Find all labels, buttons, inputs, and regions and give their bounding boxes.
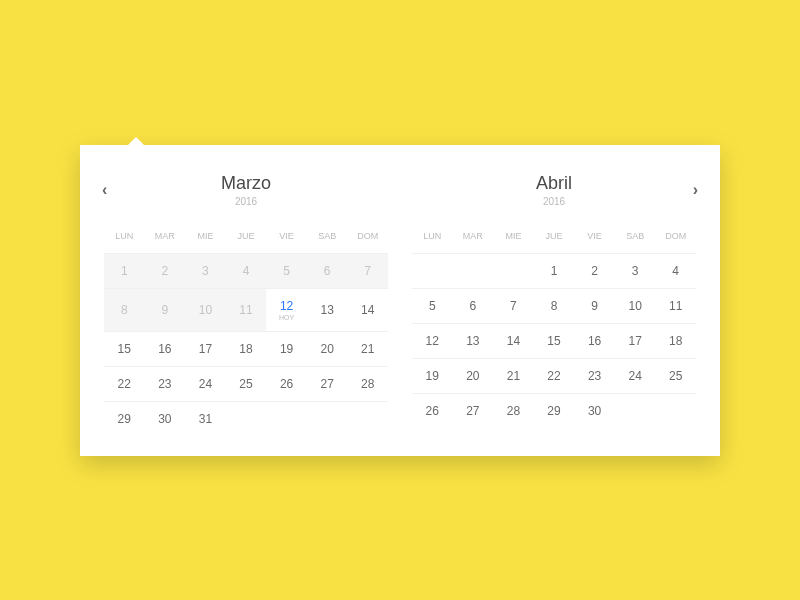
day-cell[interactable]: 2 xyxy=(574,254,615,288)
day-cell[interactable]: 20 xyxy=(307,332,348,366)
day-cell[interactable]: 22 xyxy=(104,367,145,401)
day-cell[interactable]: 30 xyxy=(574,394,615,428)
next-month-button[interactable]: › xyxy=(689,177,702,203)
day-number: 23 xyxy=(158,377,171,391)
weekday-label: MAR xyxy=(453,225,494,247)
day-cell[interactable]: 1 xyxy=(104,254,145,288)
day-cell[interactable]: 27 xyxy=(307,367,348,401)
prev-month-button[interactable]: ‹ xyxy=(98,177,111,203)
day-cell[interactable]: 18 xyxy=(226,332,267,366)
day-cell[interactable]: 28 xyxy=(347,367,388,401)
day-cell[interactable]: 12 xyxy=(412,324,453,358)
day-number: 7 xyxy=(510,299,517,313)
day-number: 28 xyxy=(507,404,520,418)
week-row: 293031 xyxy=(104,401,388,436)
day-cell[interactable]: 27 xyxy=(453,394,494,428)
day-cell[interactable]: 18 xyxy=(655,324,696,358)
day-cell[interactable]: 23 xyxy=(574,359,615,393)
day-number: 26 xyxy=(280,377,293,391)
day-number: 23 xyxy=(588,369,601,383)
day-cell[interactable]: 28 xyxy=(493,394,534,428)
day-cell[interactable]: 12HOY xyxy=(266,289,307,331)
day-cell[interactable]: 4 xyxy=(226,254,267,288)
day-number: 5 xyxy=(429,299,436,313)
day-cell[interactable]: 3 xyxy=(615,254,656,288)
day-cell[interactable]: 20 xyxy=(453,359,494,393)
day-cell[interactable]: 16 xyxy=(574,324,615,358)
week-row: 1234 xyxy=(412,253,696,288)
day-cell[interactable]: 15 xyxy=(104,332,145,366)
day-cell[interactable]: 8 xyxy=(534,289,575,323)
day-cell[interactable]: 15 xyxy=(534,324,575,358)
day-cell[interactable]: 5 xyxy=(266,254,307,288)
day-cell[interactable]: 29 xyxy=(104,402,145,436)
weekday-label: MIE xyxy=(185,225,226,247)
day-number: 9 xyxy=(591,299,598,313)
weekday-label: DOM xyxy=(347,225,388,247)
day-cell[interactable]: 31 xyxy=(185,402,226,436)
day-cell[interactable]: 10 xyxy=(615,289,656,323)
day-cell[interactable]: 26 xyxy=(412,394,453,428)
day-cell[interactable]: 25 xyxy=(655,359,696,393)
day-number: 22 xyxy=(547,369,560,383)
day-cell[interactable]: 19 xyxy=(412,359,453,393)
day-number: 17 xyxy=(628,334,641,348)
day-number: 1 xyxy=(551,264,558,278)
day-number: 20 xyxy=(466,369,479,383)
day-cell[interactable]: 3 xyxy=(185,254,226,288)
day-cell[interactable]: 10 xyxy=(185,289,226,331)
day-number: 8 xyxy=(121,303,128,317)
day-cell[interactable]: 6 xyxy=(453,289,494,323)
day-cell[interactable]: 1 xyxy=(534,254,575,288)
day-cell[interactable]: 7 xyxy=(347,254,388,288)
day-cell[interactable]: 11 xyxy=(655,289,696,323)
day-cell[interactable]: 11 xyxy=(226,289,267,331)
month-name: Abril xyxy=(412,173,696,194)
day-cell[interactable]: 17 xyxy=(185,332,226,366)
month-header: Marzo 2016 xyxy=(104,173,388,207)
weekday-label: JUE xyxy=(534,225,575,247)
day-number: 11 xyxy=(669,299,682,313)
day-cell[interactable]: 17 xyxy=(615,324,656,358)
day-number: 3 xyxy=(202,264,209,278)
day-cell[interactable]: 6 xyxy=(307,254,348,288)
day-cell[interactable]: 19 xyxy=(266,332,307,366)
day-cell[interactable]: 13 xyxy=(307,289,348,331)
day-cell[interactable]: 29 xyxy=(534,394,575,428)
day-cell[interactable]: 13 xyxy=(453,324,494,358)
day-cell[interactable]: 9 xyxy=(574,289,615,323)
day-number: 17 xyxy=(199,342,212,356)
week-row: 567891011 xyxy=(412,288,696,323)
day-cell[interactable]: 9 xyxy=(145,289,186,331)
day-number: 12 xyxy=(426,334,439,348)
day-cell[interactable]: 7 xyxy=(493,289,534,323)
day-cell[interactable]: 4 xyxy=(655,254,696,288)
day-number: 16 xyxy=(158,342,171,356)
day-number: 27 xyxy=(320,377,333,391)
weeks-grid: 123456789101112HOY1314151617181920212223… xyxy=(104,253,388,436)
day-cell[interactable]: 23 xyxy=(145,367,186,401)
week-row: 2627282930 xyxy=(412,393,696,428)
month-year: 2016 xyxy=(412,196,696,207)
month-left: Marzo 2016 LUNMARMIEJUEVIESABDOM 1234567… xyxy=(104,173,388,436)
day-cell[interactable]: 5 xyxy=(412,289,453,323)
day-cell[interactable]: 25 xyxy=(226,367,267,401)
day-cell[interactable]: 14 xyxy=(493,324,534,358)
weekday-label: VIE xyxy=(266,225,307,247)
calendar-card: ‹ › Marzo 2016 LUNMARMIEJUEVIESABDOM 123… xyxy=(80,145,720,456)
day-cell[interactable]: 2 xyxy=(145,254,186,288)
day-cell[interactable]: 8 xyxy=(104,289,145,331)
day-cell[interactable]: 14 xyxy=(347,289,388,331)
day-cell[interactable]: 24 xyxy=(185,367,226,401)
day-cell[interactable]: 16 xyxy=(145,332,186,366)
day-cell[interactable]: 21 xyxy=(493,359,534,393)
day-number: 26 xyxy=(426,404,439,418)
weekday-label: SAB xyxy=(615,225,656,247)
day-cell[interactable]: 30 xyxy=(145,402,186,436)
day-number: 28 xyxy=(361,377,374,391)
day-cell[interactable]: 26 xyxy=(266,367,307,401)
day-cell[interactable]: 24 xyxy=(615,359,656,393)
day-cell[interactable]: 21 xyxy=(347,332,388,366)
day-cell[interactable]: 22 xyxy=(534,359,575,393)
day-number: 19 xyxy=(280,342,293,356)
